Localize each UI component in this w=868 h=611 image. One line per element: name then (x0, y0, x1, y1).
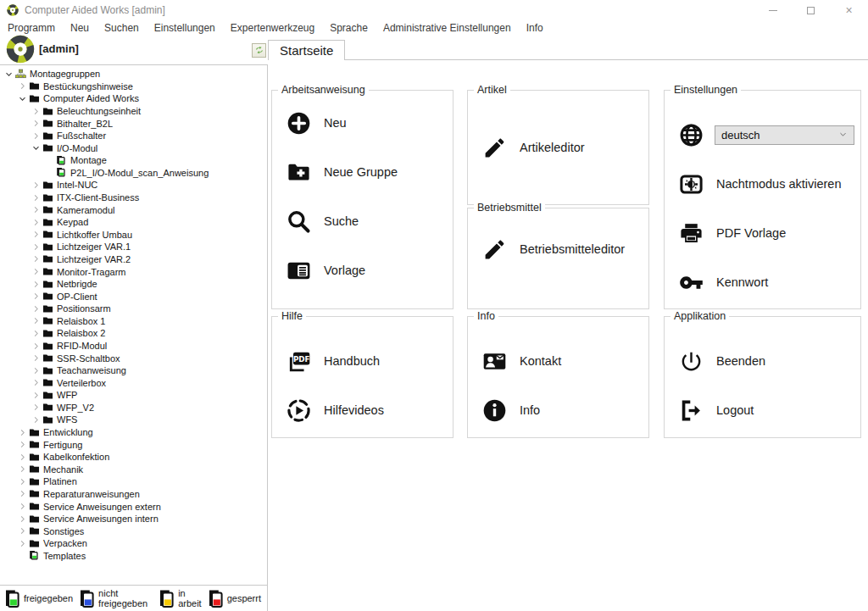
info-button[interactable]: Info (468, 386, 648, 435)
tree-item-p2l-i-o-modul-scan-anweisung[interactable]: P2L_I/O-Modul_scan_Anweisung (0, 167, 267, 180)
tree-item-service-anweisungen-intern[interactable]: Service Anweisungen intern (0, 513, 267, 525)
tree-item-sonstiges[interactable]: Sonstiges (0, 525, 267, 537)
chevron-right-icon[interactable] (31, 230, 42, 240)
nachtmodus-aktivieren-button[interactable]: Nachtmodus aktivieren (665, 159, 860, 208)
kontakt-button[interactable]: Kontakt (468, 336, 648, 386)
chevron-right-icon[interactable] (31, 403, 42, 413)
chevron-right-icon[interactable] (17, 476, 28, 486)
tab-startseite[interactable]: Startseite (268, 40, 345, 60)
chevron-right-icon[interactable] (31, 303, 42, 314)
chevron-right-icon[interactable] (31, 414, 42, 425)
chevron-right-icon[interactable] (31, 390, 42, 400)
tree-item-kameramodul[interactable]: Kameramodul (0, 203, 267, 216)
suche-button[interactable]: Suche (272, 197, 453, 246)
chevron-right-icon[interactable] (31, 119, 42, 129)
tree-item-relaisbox-2[interactable]: Relaisbox 2 (0, 327, 267, 340)
chevron-right-icon[interactable] (31, 316, 42, 326)
betriebsmitteleditor-button[interactable]: Betriebsmitteleditor (468, 225, 648, 274)
chevron-right-icon[interactable] (31, 279, 42, 289)
menu-sprache[interactable]: Sprache (322, 22, 376, 34)
tree-item-beleuchtungseinheit[interactable]: Beleuchtungseinheit (0, 105, 267, 118)
tree-item-kabelkonfektion[interactable]: Kabelkonfektion (0, 451, 267, 464)
tree-item-reparaturanweisungen[interactable]: Reparaturanweisungen (0, 488, 267, 501)
tree-item-positionsarm[interactable]: Positionsarm (0, 303, 267, 315)
tree-item-fertigung[interactable]: Fertigung (0, 438, 267, 451)
tree-item-relaisbox-1[interactable]: Relaisbox 1 (0, 315, 267, 328)
chevron-right-icon[interactable] (17, 514, 28, 524)
tree-item-best-ckungshinweise[interactable]: Bestückungshinweise (0, 81, 267, 93)
artikeleditor-button[interactable]: Artikeleditor (468, 123, 648, 172)
menu-programm[interactable]: Programm (0, 22, 63, 34)
chevron-right-icon[interactable] (17, 538, 28, 548)
refresh-button[interactable] (252, 43, 266, 58)
logout-button[interactable]: Logout (665, 386, 860, 435)
tree-item-wfp-v2[interactable]: WFP_V2 (0, 402, 267, 414)
handbuch-button[interactable]: PDFHandbuch (272, 336, 453, 386)
chevron-right-icon[interactable] (31, 131, 42, 141)
chevron-down-icon[interactable] (17, 93, 28, 103)
tree-item-intel-nuc[interactable]: Intel-NUC (0, 179, 267, 192)
tree-item-verpacken[interactable]: Verpacken (0, 537, 267, 550)
language-select[interactable]: deutsch (715, 125, 854, 145)
chevron-right-icon[interactable] (31, 217, 42, 227)
chevron-right-icon[interactable] (31, 192, 42, 203)
tree-item-lichtzeiger-var-1[interactable]: Lichtzeiger VAR.1 (0, 241, 267, 253)
tree-item-ssr-schaltbox[interactable]: SSR-Schaltbox (0, 352, 267, 364)
tree-item-teachanweisung[interactable]: Teachanweisung (0, 364, 267, 377)
tree-item-montagegruppen[interactable]: Montagegruppen (0, 68, 267, 81)
chevron-right-icon[interactable] (31, 180, 42, 190)
tree-item-bithalter-b2l[interactable]: Bithalter_B2L (0, 117, 267, 130)
chevron-right-icon[interactable] (31, 205, 42, 215)
chevron-right-icon[interactable] (31, 365, 42, 375)
tree-item-monitor-tragarm[interactable]: Monitor-Tragarm (0, 265, 267, 278)
tree-item-itx-client-business[interactable]: ITX-Client-Business (0, 192, 267, 204)
tree-item-fu-schalter[interactable]: Fußschalter (0, 130, 267, 142)
menu-suchen[interactable]: Suchen (97, 22, 147, 34)
tree-item-platinen[interactable]: Platinen (0, 475, 267, 488)
pdf-vorlage-button[interactable]: PDF Vorlage (665, 208, 860, 258)
beenden-button[interactable]: Beenden (665, 336, 860, 386)
menu-administrative-einstellungen[interactable]: Administrative Einstellungen (376, 22, 519, 34)
tree-item-service-anweisungen-extern[interactable]: Service Anweisungen extern (0, 500, 267, 513)
tree-item-verteilerbox[interactable]: Verteilerbox (0, 376, 267, 389)
close-button[interactable]: × (830, 0, 868, 20)
tree-item-templates[interactable]: Templates (0, 550, 267, 563)
maximize-button[interactable] (792, 0, 830, 20)
tree-item-entwicklung[interactable]: Entwicklung (0, 426, 267, 439)
menu-expertenwerkzeug[interactable]: Expertenwerkzeug (223, 22, 322, 34)
tree-item-lichtkoffer-umbau[interactable]: Lichtkoffer Umbau (0, 229, 267, 242)
chevron-right-icon[interactable] (17, 489, 28, 499)
hilfevideos-button[interactable]: Hilfevideos (272, 386, 453, 435)
chevron-right-icon[interactable] (31, 328, 42, 338)
chevron-right-icon[interactable] (31, 341, 42, 351)
chevron-right-icon[interactable] (17, 427, 28, 437)
chevron-right-icon[interactable] (31, 254, 42, 264)
tree-item-netbrigde[interactable]: Netbrigde (0, 278, 267, 291)
neue-gruppe-button[interactable]: Neue Gruppe (272, 147, 453, 197)
vorlage-button[interactable]: Vorlage (272, 246, 453, 295)
chevron-right-icon[interactable] (17, 526, 28, 536)
tree-item-wfp[interactable]: WFP (0, 389, 267, 402)
chevron-right-icon[interactable] (17, 440, 28, 450)
menu-info[interactable]: Info (519, 22, 551, 34)
chevron-right-icon[interactable] (31, 378, 42, 388)
menu-neu[interactable]: Neu (63, 22, 97, 34)
chevron-right-icon[interactable] (17, 502, 28, 512)
minimize-button[interactable] (754, 0, 792, 20)
tree-item-keypad[interactable]: Keypad (0, 216, 267, 229)
tree-item-montage[interactable]: Montage (0, 154, 267, 167)
tree-item-lichtzeiger-var-2[interactable]: Lichtzeiger VAR.2 (0, 253, 267, 266)
chevron-right-icon[interactable] (17, 452, 28, 462)
chevron-right-icon[interactable] (31, 267, 42, 277)
chevron-right-icon[interactable] (31, 106, 42, 116)
chevron-right-icon[interactable] (17, 81, 28, 92)
chevron-right-icon[interactable] (31, 353, 42, 364)
tree-item-mechanik[interactable]: Mechanik (0, 464, 267, 476)
tree-item-computer-aided-works[interactable]: Computer Aided Works (0, 92, 267, 105)
tree-item-wfs[interactable]: WFS (0, 414, 267, 426)
tree-item-rfid-modul[interactable]: RFID-Modul (0, 340, 267, 353)
chevron-down-icon[interactable] (3, 69, 14, 79)
chevron-down-icon[interactable] (31, 143, 42, 153)
tree-item-op-client[interactable]: OP-Client (0, 290, 267, 303)
tree-item-i-o-modul[interactable]: I/O-Modul (0, 142, 267, 154)
